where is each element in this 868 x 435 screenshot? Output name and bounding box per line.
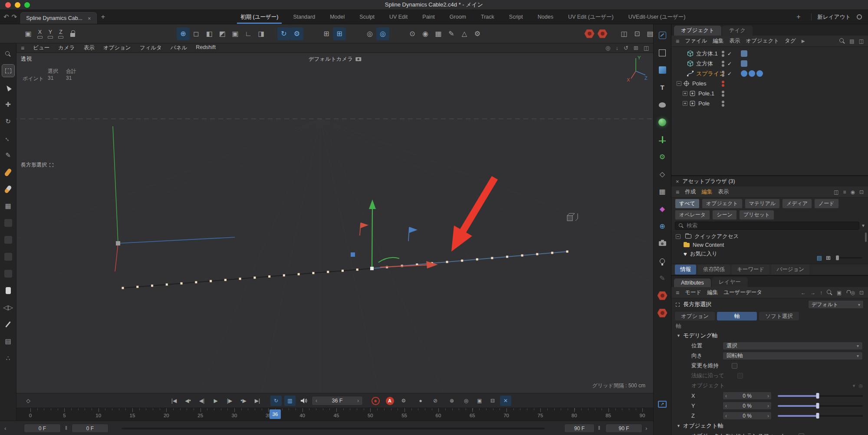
autokey-button[interactable]: A	[384, 396, 395, 406]
undo-icon[interactable]: ↶	[3, 13, 9, 21]
tree-item-new-content[interactable]: New Content	[671, 241, 868, 249]
category-tab[interactable]: オブジェクト	[702, 199, 743, 209]
menu-hamburger-icon[interactable]: ≡	[676, 38, 679, 45]
corner-tool-icon[interactable]: ∟	[242, 27, 255, 40]
next-frame-button[interactable]: |▶	[224, 396, 235, 406]
preview-end-field[interactable]: 90 F	[564, 424, 595, 433]
sync-view-icon[interactable]: ↓	[615, 45, 618, 51]
zoom-window-button[interactable]	[24, 2, 30, 8]
layout-tab[interactable]: UVEdit-User (ユーザー)	[628, 10, 687, 24]
new-document-tab-button[interactable]: +	[97, 10, 109, 24]
volume-tool-icon[interactable]	[2, 285, 14, 297]
minimize-window-button[interactable]	[15, 2, 20, 8]
object-row-cube1[interactable]: 立方体.1 ✓	[671, 49, 868, 59]
grid-tool-icon[interactable]: ▦	[2, 200, 14, 212]
range-scrollbar[interactable]	[122, 428, 545, 429]
layout-pen-icon[interactable]	[657, 29, 668, 41]
texture-mode-icon[interactable]: T	[657, 82, 668, 93]
layout-tab[interactable]: UV Edit	[388, 10, 408, 24]
transform-per-object-checkbox[interactable]	[799, 433, 804, 435]
goto-end-button[interactable]: ▶|	[252, 396, 263, 406]
frame-decrement-icon[interactable]: ‹	[316, 398, 317, 404]
half-cube-icon[interactable]: ◧	[203, 27, 216, 40]
generator-tool-icon[interactable]	[2, 234, 14, 246]
range-end-field[interactable]: 90 F	[605, 424, 642, 433]
pick-object-icon[interactable]: ◎	[858, 383, 863, 389]
frame-increment-icon[interactable]: ›	[357, 398, 359, 404]
category-tab[interactable]: すべて	[675, 199, 700, 209]
collapse-icon[interactable]: −	[676, 234, 681, 239]
layout-tab[interactable]: Groom	[449, 10, 467, 24]
content-box-icon[interactable]: ▣	[22, 27, 35, 40]
primitive-tool-icon[interactable]	[2, 217, 14, 229]
phong-tag-icon[interactable]	[741, 50, 747, 57]
scrollbar-thumb[interactable]	[865, 232, 867, 242]
brush-tool-icon[interactable]	[2, 166, 14, 178]
x-axis-lock-button[interactable]: X	[35, 28, 45, 40]
annotate-icon[interactable]: ◉	[419, 27, 432, 40]
next-key-button[interactable]: •▶	[238, 396, 249, 406]
viewport-canvas[interactable]: 透視 選択合計 ポイント3131 デフォルトカメラ	[16, 53, 653, 393]
playhead[interactable]: 36	[270, 409, 281, 419]
panel-view-icon[interactable]: ◫	[644, 45, 649, 51]
scene-cube[interactable]	[567, 213, 578, 221]
spline-object[interactable]	[122, 251, 569, 289]
scroll-left-icon[interactable]: ‹	[4, 424, 6, 433]
deformer-tool-icon[interactable]	[2, 251, 14, 263]
pin-view-icon[interactable]: ◎	[605, 45, 610, 51]
tab-attributes[interactable]: Attributes	[674, 278, 711, 287]
visibility-dots[interactable]	[722, 81, 724, 87]
menu-hamburger-icon[interactable]: ≡	[676, 289, 679, 296]
range-end-grip[interactable]: ‖	[598, 425, 600, 431]
menu-hamburger-icon[interactable]: ≡	[676, 189, 679, 196]
reset-transform-icon[interactable]: ↻	[277, 27, 290, 40]
key-parameter-toggle[interactable]: ◎	[460, 396, 472, 406]
tree-item-quick-access[interactable]: − クイックアクセス	[671, 232, 868, 241]
visibility-dots[interactable]	[722, 101, 724, 107]
render-to-picture-viewer-icon[interactable]: ⊡	[631, 27, 644, 40]
keep-changes-checkbox[interactable]	[732, 363, 737, 369]
object-manager-menu-item[interactable]: 表示	[729, 37, 740, 45]
reload-view-icon[interactable]: ↺	[624, 45, 628, 51]
list-view-icon[interactable]: ▤	[817, 255, 822, 261]
circle-guide-icon[interactable]: ◎	[363, 27, 376, 40]
range-start-grip[interactable]: ‖	[65, 425, 67, 431]
rotate-tool-icon[interactable]: ↻	[2, 115, 14, 128]
viewport-menu-item[interactable]: フィルタ	[140, 44, 162, 52]
range-start-field[interactable]: 0 F	[24, 424, 61, 433]
asset-browser-menu-item[interactable]: 表示	[718, 188, 729, 196]
asset-browser-menu-item[interactable]: 作成	[685, 188, 696, 196]
redshift-render-icon[interactable]	[596, 27, 609, 40]
attributes-menu-item[interactable]: ユーザーデータ	[723, 289, 762, 296]
popout-icon[interactable]: ⊡	[859, 189, 864, 195]
search-icon[interactable]	[839, 38, 845, 44]
object-mode-icon[interactable]	[657, 64, 668, 76]
object-row-cube[interactable]: 立方体 ✓	[671, 59, 868, 69]
z-percent-field[interactable]: ‹0 %›	[723, 412, 772, 420]
cube-outline-icon[interactable]: ◻	[190, 27, 203, 40]
loop-playback-toggle[interactable]: ↻	[270, 396, 282, 406]
redo-icon[interactable]: ↷	[12, 13, 17, 21]
visibility-dots[interactable]	[722, 51, 724, 57]
coordinate-lock-icon[interactable]	[66, 27, 79, 40]
layout-record-icon[interactable]	[857, 14, 862, 20]
category-tab[interactable]: マテリアル	[745, 199, 780, 209]
mirror-tool-icon[interactable]: ◁▷	[2, 301, 14, 314]
redshift-ipr-icon[interactable]	[583, 27, 596, 40]
y-percent-field[interactable]: ‹0 %›	[723, 402, 772, 410]
along-normals-checkbox[interactable]	[737, 373, 743, 379]
preset-dropdown[interactable]: デフォルト ▾	[808, 300, 864, 309]
layout-tab[interactable]: Nodes	[537, 10, 554, 24]
auto-switch-gear-icon[interactable]: ⚙	[657, 151, 668, 163]
viewport-hamburger-icon[interactable]: ≡	[21, 45, 24, 52]
parent-arrow-icon[interactable]: ↑	[820, 290, 822, 296]
close-panel-icon[interactable]: ×	[676, 178, 679, 185]
visibility-dots[interactable]	[722, 61, 724, 67]
category-tab[interactable]: ノード	[814, 199, 839, 209]
dynamics-tag-icon[interactable]	[756, 70, 763, 77]
tool-tab[interactable]: ソフト選択	[759, 312, 799, 321]
orientation-dropdown[interactable]: 回転軸 ▾	[723, 352, 863, 360]
search-input[interactable]	[675, 222, 859, 230]
play-button[interactable]: ▶	[210, 396, 221, 406]
thumbnail-size-slider[interactable]	[835, 257, 862, 258]
